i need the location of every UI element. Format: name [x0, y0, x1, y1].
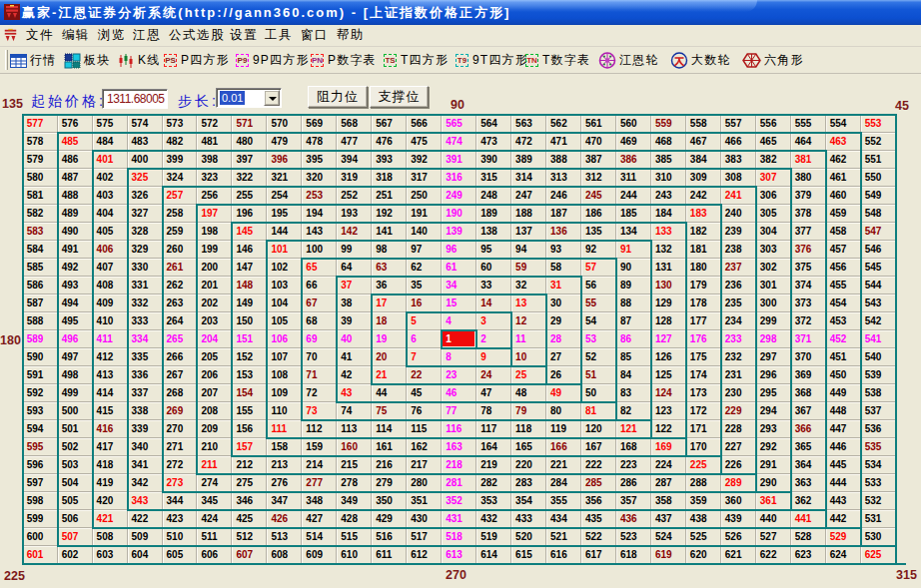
grid-cell[interactable]: 578	[23, 133, 58, 151]
grid-cell[interactable]: 459	[826, 205, 861, 223]
grid-cell[interactable]: 354	[511, 492, 546, 510]
grid-cell[interactable]: 247	[511, 187, 546, 205]
grid-cell[interactable]: 316	[442, 169, 476, 187]
grid-cell[interactable]: 202	[197, 294, 232, 312]
grid-cell[interactable]: 248	[476, 187, 511, 205]
grid-cell[interactable]: 63	[372, 259, 407, 277]
grid-cell[interactable]: 269	[163, 402, 198, 420]
grid-cell[interactable]: 275	[232, 474, 267, 492]
grid-cell[interactable]: 325	[128, 169, 163, 187]
grid-cell[interactable]: 606	[197, 546, 232, 564]
grid-cell[interactable]: 524	[651, 528, 686, 546]
grid-cell[interactable]: 304	[756, 223, 791, 241]
grid-cell[interactable]: 444	[826, 474, 861, 492]
grid-cell[interactable]: 184	[651, 205, 686, 223]
grid-cell[interactable]: 49	[546, 384, 581, 402]
grid-cell[interactable]: 447	[826, 420, 861, 438]
grid-cell[interactable]: 44	[372, 384, 407, 402]
grid-cell[interactable]: 440	[756, 510, 791, 528]
grid-cell[interactable]: 450	[826, 366, 861, 384]
grid-cell[interactable]: 20	[372, 348, 407, 366]
grid-cell[interactable]: 246	[546, 187, 581, 205]
grid-cell[interactable]: 138	[476, 223, 511, 241]
grid-cell[interactable]: 183	[686, 205, 721, 223]
grid-cell[interactable]: 120	[581, 420, 616, 438]
grid-cell[interactable]: 70	[302, 348, 337, 366]
grid-cell[interactable]: 51	[581, 366, 616, 384]
grid-cell[interactable]: 381	[791, 151, 826, 169]
grid-cell[interactable]: 140	[407, 223, 442, 241]
grid-cell[interactable]: 475	[407, 133, 442, 151]
grid-cell[interactable]: 562	[546, 115, 581, 133]
grid-cell[interactable]: 260	[163, 241, 198, 259]
grid-cell[interactable]: 418	[93, 456, 128, 474]
grid-cell[interactable]: 518	[442, 528, 476, 546]
grid-cell[interactable]: 452	[826, 330, 861, 348]
grid-cell[interactable]: 601	[23, 546, 58, 564]
grid-cell[interactable]: 178	[686, 294, 721, 312]
grid-cell[interactable]: 57	[581, 259, 616, 277]
grid-cell[interactable]: 566	[407, 115, 442, 133]
grid-cell[interactable]: 443	[826, 492, 861, 510]
grid-cell[interactable]: 5	[407, 312, 442, 330]
grid-cell[interactable]: 300	[756, 294, 791, 312]
grid-cell[interactable]: 437	[651, 510, 686, 528]
grid-cell[interactable]: 385	[651, 151, 686, 169]
grid-cell[interactable]: 513	[267, 528, 302, 546]
grid-cell[interactable]: 534	[861, 456, 896, 474]
grid-cell[interactable]: 223	[616, 456, 651, 474]
grid-cell[interactable]: 420	[93, 492, 128, 510]
grid-cell[interactable]: 261	[163, 259, 198, 277]
grid-cell[interactable]: 509	[128, 528, 163, 546]
grid-cell[interactable]: 611	[372, 546, 407, 564]
grid-cell[interactable]: 523	[616, 528, 651, 546]
grid-cell[interactable]: 241	[721, 187, 756, 205]
grid-cell[interactable]: 143	[302, 223, 337, 241]
grid-cell[interactable]: 448	[826, 402, 861, 420]
grid-cell[interactable]: 40	[337, 330, 372, 348]
grid-cell[interactable]: 384	[686, 151, 721, 169]
grid-cell[interactable]: 1	[442, 330, 476, 348]
grid-cell[interactable]: 314	[511, 169, 546, 187]
grid-cell[interactable]: 489	[58, 205, 93, 223]
grid-cell[interactable]: 323	[197, 169, 232, 187]
grid-cell[interactable]: 154	[232, 384, 267, 402]
grid-cell[interactable]: 548	[861, 205, 896, 223]
grid-cell[interactable]: 590	[23, 348, 58, 366]
grid-cell[interactable]: 412	[93, 348, 128, 366]
grid-cell[interactable]: 497	[58, 348, 93, 366]
grid-cell[interactable]: 27	[546, 348, 581, 366]
grid-cell[interactable]: 290	[756, 474, 791, 492]
grid-cell[interactable]: 377	[791, 223, 826, 241]
grid-cell[interactable]: 234	[721, 312, 756, 330]
grid-cell[interactable]: 383	[721, 151, 756, 169]
grid-cell[interactable]: 416	[93, 420, 128, 438]
grid-cell[interactable]: 390	[476, 151, 511, 169]
grid-cell[interactable]: 324	[163, 169, 198, 187]
grid-cell[interactable]: 371	[791, 330, 826, 348]
grid-cell[interactable]: 511	[197, 528, 232, 546]
grid-cell[interactable]: 398	[197, 151, 232, 169]
grid-cell[interactable]: 188	[511, 205, 546, 223]
grid-cell[interactable]: 620	[686, 546, 721, 564]
grid-cell[interactable]: 532	[861, 492, 896, 510]
grid-cell[interactable]: 60	[476, 259, 511, 277]
grid-cell[interactable]: 158	[267, 438, 302, 456]
grid-cell[interactable]: 278	[337, 474, 372, 492]
grid-cell[interactable]: 168	[616, 438, 651, 456]
grid-cell[interactable]: 79	[511, 402, 546, 420]
grid-cell[interactable]: 265	[163, 330, 198, 348]
grid-cell[interactable]: 581	[23, 187, 58, 205]
grid-cell[interactable]: 22	[407, 366, 442, 384]
grid-cell[interactable]: 205	[197, 348, 232, 366]
grid-cell[interactable]: 107	[267, 348, 302, 366]
grid-cell[interactable]: 433	[511, 510, 546, 528]
grid-cell[interactable]: 108	[267, 366, 302, 384]
grid-cell[interactable]: 237	[721, 259, 756, 277]
grid-cell[interactable]: 19	[372, 330, 407, 348]
grid-cell[interactable]: 213	[267, 456, 302, 474]
grid-cell[interactable]: 546	[861, 241, 896, 259]
grid-cell[interactable]: 307	[756, 169, 791, 187]
grid-cell[interactable]: 347	[267, 492, 302, 510]
grid-cell[interactable]: 47	[476, 384, 511, 402]
